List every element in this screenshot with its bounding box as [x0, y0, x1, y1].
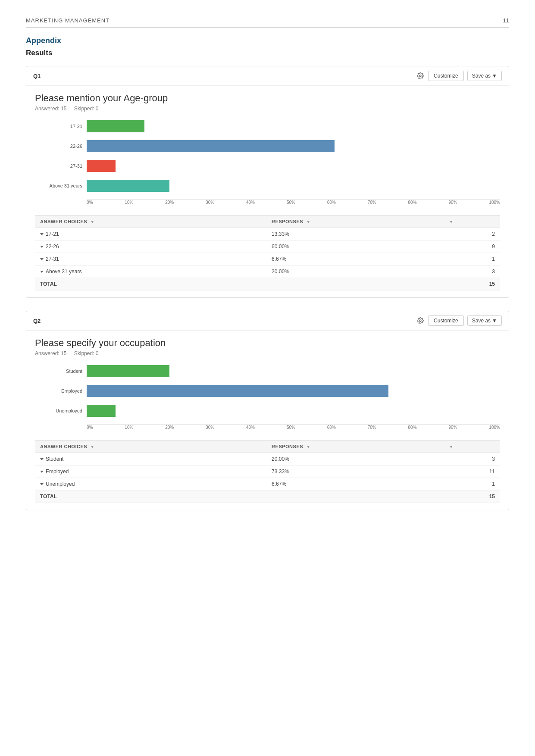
- survey-cards-container: Q1 Customize Save as ▼ Please mention yo…: [26, 66, 509, 510]
- customize-button-q1[interactable]: Customize: [428, 71, 464, 81]
- document-title: MARKETING MANAGEMENT: [26, 17, 110, 24]
- card-body-q1: Please mention your Age-group Answered: …: [26, 86, 509, 297]
- axis-label: 80%: [408, 200, 417, 205]
- axis-label: 90%: [448, 200, 457, 205]
- axis-label: 100%: [489, 200, 500, 205]
- bar-0: [87, 365, 169, 377]
- col-responses[interactable]: RESPONSES ▼: [266, 216, 442, 228]
- row-chevron-3[interactable]: [40, 271, 44, 273]
- count-cell-2: 1: [442, 253, 500, 266]
- save-as-chevron: ▼: [492, 318, 497, 324]
- choice-cell-1: Employed: [35, 465, 266, 478]
- total-count: 15: [442, 278, 500, 291]
- data-table-q1: ANSWER CHOICES ▼ RESPONSES ▼ ▼ 17-21 13.…: [35, 215, 500, 291]
- row-chevron-2[interactable]: [40, 258, 44, 260]
- answered-count: Answered: 15: [35, 106, 66, 112]
- table-row: Above 31 years 20.00% 3: [35, 266, 500, 278]
- gear-icon-q1[interactable]: [416, 72, 425, 80]
- save-as-button-q2[interactable]: Save as ▼: [467, 316, 502, 326]
- total-label: TOTAL: [35, 278, 266, 291]
- response-pct-cell-2: 6.67%: [266, 478, 442, 490]
- bar-2: [87, 405, 116, 417]
- chart-row-1: 22-26: [87, 140, 500, 152]
- row-chevron-2[interactable]: [40, 483, 44, 485]
- sort-icon-col1: ▼: [91, 220, 94, 224]
- row-chevron-1[interactable]: [40, 471, 44, 473]
- total-label: TOTAL: [35, 490, 266, 503]
- skipped-count: Skipped: 0: [74, 106, 99, 112]
- question-label-q2: Q2: [33, 318, 41, 324]
- bar-container-0: [87, 365, 500, 377]
- question-label-q1: Q1: [33, 73, 41, 79]
- col-responses[interactable]: RESPONSES ▼: [266, 440, 442, 453]
- count-cell-3: 3: [442, 266, 500, 278]
- axis-labels: 0%10%20%30%40%50%60%70%80%90%100%: [87, 200, 500, 205]
- choice-cell-2: Unemployed: [35, 478, 266, 490]
- bar-1: [87, 140, 335, 152]
- axis-label: 60%: [327, 425, 336, 430]
- bar-1: [87, 385, 388, 397]
- count-cell-0: 3: [442, 453, 500, 465]
- choice-cell-0: 17-21: [35, 228, 266, 241]
- svg-point-0: [419, 75, 421, 77]
- chart-axis: 0%10%20%30%40%50%60%70%80%90%100%: [87, 200, 500, 205]
- question-meta-q2: Answered: 15 Skipped: 0: [35, 350, 500, 356]
- axis-label: 60%: [327, 200, 336, 205]
- axis-label: 70%: [368, 200, 376, 205]
- total-row: TOTAL 15: [35, 490, 500, 503]
- table-header-row: ANSWER CHOICES ▼ RESPONSES ▼ ▼: [35, 216, 500, 228]
- count-cell-2: 1: [442, 478, 500, 490]
- axis-label: 40%: [246, 425, 255, 430]
- chart-axis: 0%10%20%30%40%50%60%70%80%90%100%: [87, 425, 500, 430]
- col-count-header: ▼: [442, 216, 500, 228]
- count-cell-1: 11: [442, 465, 500, 478]
- svg-point-1: [419, 320, 421, 322]
- bar-label-2: 27-31: [31, 163, 82, 169]
- bar-2: [87, 160, 116, 172]
- bar-label-0: 17-21: [31, 124, 82, 129]
- bar-container-1: [87, 140, 500, 152]
- row-chevron-1[interactable]: [40, 246, 44, 248]
- chart-area-q2: Student Employed Unemployed 0%10%20%30%4…: [35, 365, 500, 430]
- survey-card-q2: Q2 Customize Save as ▼ Please specify yo…: [26, 311, 509, 510]
- axis-labels: 0%10%20%30%40%50%60%70%80%90%100%: [87, 425, 500, 430]
- total-row: TOTAL 15: [35, 278, 500, 291]
- axis-label: 0%: [87, 200, 93, 205]
- col-answer-choices[interactable]: ANSWER CHOICES ▼: [35, 440, 266, 453]
- response-pct-cell-3: 20.00%: [266, 266, 442, 278]
- answered-count: Answered: 15: [35, 350, 66, 356]
- bar-container-0: [87, 120, 500, 132]
- survey-card-q1: Q1 Customize Save as ▼ Please mention yo…: [26, 66, 509, 298]
- table-row: Employed 73.33% 11: [35, 465, 500, 478]
- sort-icon-col3: ▼: [449, 220, 453, 224]
- table-row: 17-21 13.33% 2: [35, 228, 500, 241]
- chart-row-0: 17-21: [87, 120, 500, 132]
- row-chevron-0[interactable]: [40, 233, 44, 235]
- axis-label: 0%: [87, 425, 93, 430]
- chart-row-1: Employed: [87, 385, 500, 397]
- customize-button-q2[interactable]: Customize: [428, 316, 464, 326]
- response-pct-cell-1: 73.33%: [266, 465, 442, 478]
- bar-label-0: Student: [31, 369, 82, 374]
- card-actions-q2: Customize Save as ▼: [416, 316, 502, 326]
- sort-icon-col1: ▼: [91, 445, 94, 449]
- save-as-chevron: ▼: [492, 73, 497, 79]
- axis-label: 70%: [368, 425, 376, 430]
- chart-row-0: Student: [87, 365, 500, 377]
- choice-cell-0: Student: [35, 453, 266, 465]
- card-actions-q1: Customize Save as ▼: [416, 71, 502, 81]
- col-answer-choices[interactable]: ANSWER CHOICES ▼: [35, 216, 266, 228]
- appendix-heading: Appendix: [26, 36, 509, 45]
- axis-label: 20%: [165, 200, 174, 205]
- save-as-button-q1[interactable]: Save as ▼: [467, 71, 502, 81]
- chart-row-2: 27-31: [87, 160, 500, 172]
- bar-container-2: [87, 160, 500, 172]
- gear-icon-q2[interactable]: [416, 316, 425, 325]
- card-header-q2: Q2 Customize Save as ▼: [26, 311, 509, 331]
- axis-label: 90%: [448, 425, 457, 430]
- row-chevron-0[interactable]: [40, 458, 44, 460]
- sort-icon-col2: ▼: [307, 220, 310, 224]
- table-row: 27-31 6.67% 1: [35, 253, 500, 266]
- axis-label: 10%: [125, 425, 133, 430]
- axis-label: 80%: [408, 425, 417, 430]
